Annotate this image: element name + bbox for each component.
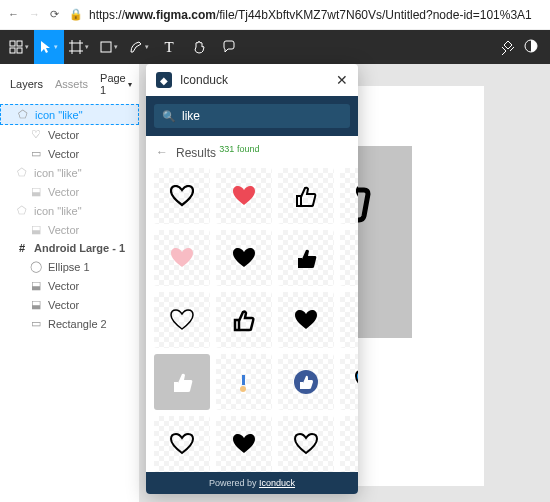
layer-item[interactable]: ♡Vector bbox=[0, 125, 139, 144]
svg-rect-3 bbox=[17, 48, 22, 53]
menu-button[interactable]: ▾ bbox=[4, 30, 34, 64]
url-bar[interactable]: 🔒 https://www.figma.com/file/Tj44bXbftvK… bbox=[69, 8, 542, 22]
tab-assets[interactable]: Assets bbox=[55, 78, 88, 90]
lock-icon: 🔒 bbox=[69, 8, 83, 21]
iconduck-panel: ◆ Iconduck ✕ 🔍 ← Results 331 found Po bbox=[146, 64, 358, 494]
theme-toggle-icon[interactable] bbox=[524, 39, 538, 55]
result-icon[interactable] bbox=[340, 354, 358, 410]
result-icon[interactable] bbox=[216, 292, 272, 348]
comment-tool[interactable] bbox=[214, 30, 244, 64]
move-tool[interactable]: ▾ bbox=[34, 30, 64, 64]
pen-tool[interactable]: ▾ bbox=[124, 30, 154, 64]
svg-rect-1 bbox=[17, 41, 22, 46]
layer-item[interactable]: ▭Vector bbox=[0, 144, 139, 163]
panel-footer: Powered by Iconduck bbox=[146, 472, 358, 494]
frame-tool[interactable]: ▾ bbox=[64, 30, 94, 64]
tab-layers[interactable]: Layers bbox=[10, 78, 43, 90]
close-button[interactable]: ✕ bbox=[336, 72, 348, 88]
results-label: Results 331 found bbox=[176, 144, 259, 160]
panel-title: Iconduck bbox=[180, 73, 328, 87]
svg-point-11 bbox=[240, 386, 246, 392]
layer-item[interactable]: ⬠icon "like" bbox=[0, 104, 139, 125]
search-box[interactable]: 🔍 bbox=[154, 104, 350, 128]
result-icon[interactable] bbox=[340, 168, 358, 224]
search-input[interactable] bbox=[182, 109, 342, 123]
hand-tool[interactable] bbox=[184, 30, 214, 64]
layer-item[interactable]: ⬓Vector bbox=[0, 182, 139, 201]
url-text: https://www.figma.com/file/Tj44bXbftvKMZ… bbox=[89, 8, 532, 22]
result-icon[interactable] bbox=[278, 416, 334, 472]
layers-panel: Layers Assets Page 1▾ ⬠icon "like"♡Vecto… bbox=[0, 64, 140, 502]
result-icon[interactable] bbox=[216, 230, 272, 286]
layer-item[interactable]: ⬓Vector bbox=[0, 295, 139, 314]
forward-icon[interactable]: → bbox=[29, 8, 40, 21]
result-icon[interactable] bbox=[216, 168, 272, 224]
result-icon[interactable] bbox=[154, 292, 210, 348]
back-icon[interactable]: ← bbox=[8, 8, 19, 21]
result-icon[interactable] bbox=[340, 292, 358, 348]
layer-item[interactable]: ▭Rectangle 2 bbox=[0, 314, 139, 333]
result-icon[interactable] bbox=[340, 230, 358, 286]
svg-rect-4 bbox=[101, 42, 111, 52]
text-tool[interactable]: T bbox=[154, 30, 184, 64]
reload-icon[interactable]: ⟳ bbox=[50, 8, 59, 21]
result-icon[interactable] bbox=[216, 354, 272, 410]
layer-item[interactable]: ⬠icon "like" bbox=[0, 163, 139, 182]
result-icon[interactable] bbox=[154, 168, 210, 224]
back-button[interactable]: ← bbox=[156, 145, 168, 159]
result-icon[interactable] bbox=[340, 416, 358, 472]
result-icon[interactable] bbox=[154, 416, 210, 472]
svg-rect-0 bbox=[10, 41, 15, 46]
layer-item[interactable]: #Android Large - 1 bbox=[0, 239, 139, 257]
svg-rect-10 bbox=[242, 375, 245, 385]
iconduck-logo-icon: ◆ bbox=[156, 72, 172, 88]
result-icon[interactable] bbox=[278, 230, 334, 286]
result-icon[interactable] bbox=[278, 354, 334, 410]
svg-rect-2 bbox=[10, 48, 15, 53]
browser-bar: ← → ⟳ 🔒 https://www.figma.com/file/Tj44b… bbox=[0, 0, 550, 30]
layer-item[interactable]: ⬓Vector bbox=[0, 276, 139, 295]
shape-tool[interactable]: ▾ bbox=[94, 30, 124, 64]
plugins-icon[interactable] bbox=[500, 39, 516, 55]
result-icon[interactable] bbox=[154, 354, 210, 410]
layer-item[interactable]: ⬓Vector bbox=[0, 220, 139, 239]
result-icon[interactable] bbox=[278, 292, 334, 348]
iconduck-link[interactable]: Iconduck bbox=[259, 478, 295, 488]
result-icon[interactable] bbox=[216, 416, 272, 472]
figma-toolbar: ▾ ▾ ▾ ▾ ▾ T bbox=[0, 30, 550, 64]
result-icon[interactable] bbox=[154, 230, 210, 286]
page-selector[interactable]: Page 1▾ bbox=[100, 72, 132, 96]
layer-item[interactable]: ◯Ellipse 1 bbox=[0, 257, 139, 276]
layer-item[interactable]: ⬠icon "like" bbox=[0, 201, 139, 220]
search-icon: 🔍 bbox=[162, 110, 176, 123]
results-grid bbox=[146, 168, 358, 472]
result-icon[interactable] bbox=[278, 168, 334, 224]
